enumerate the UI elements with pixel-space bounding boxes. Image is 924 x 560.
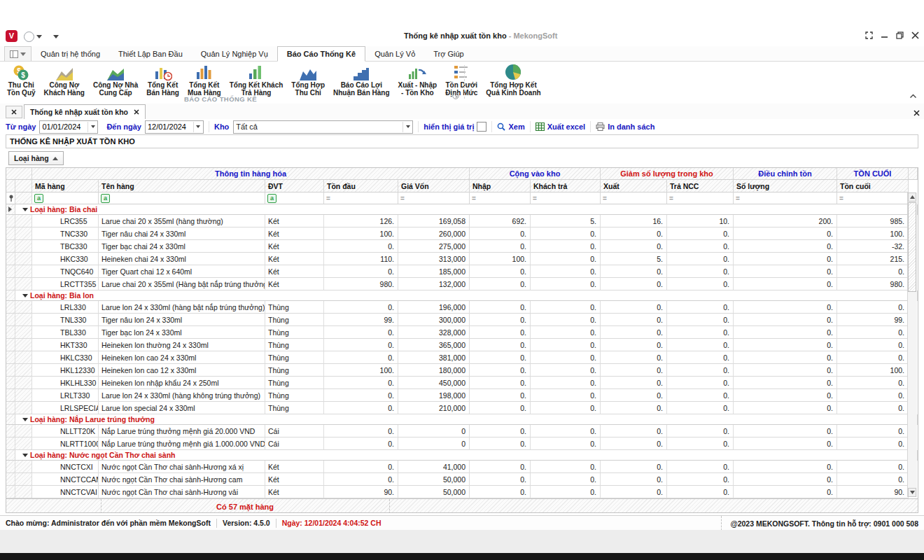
data-cell-giá-vốn[interactable]: 210,000 <box>398 402 470 414</box>
ribbon-item-t-n-d-i-nh-m-c[interactable]: Tồn DướiĐịnh Mức <box>441 63 482 97</box>
data-cell-khách-trả[interactable]: 0. <box>531 253 601 265</box>
data-cell-tồn-đầu[interactable]: 100. <box>324 364 398 377</box>
data-cell-đvt[interactable]: Két <box>265 486 324 498</box>
data-cell-mã-hàng[interactable]: LRLT330 <box>32 389 99 402</box>
data-cell-giá-vốn[interactable]: 198,000 <box>398 389 470 402</box>
data-cell-nhập[interactable]: 0. <box>470 351 531 364</box>
group-row[interactable]: Loại hàng: Nắp Larue trúng thưởng <box>6 414 918 425</box>
data-cell-tồn-cuối[interactable]: 980. <box>837 278 909 290</box>
data-cell-tồn-đầu[interactable]: 99. <box>324 314 398 326</box>
data-cell-trả-ncc[interactable]: 0. <box>667 326 734 339</box>
data-cell-tồn-cuối[interactable]: 0. <box>837 473 909 486</box>
data-cell-giá-vốn[interactable]: 328,000 <box>398 326 470 339</box>
data-cell-xuất[interactable]: 0. <box>601 389 667 402</box>
column-header-nhập[interactable]: Nhập <box>470 180 531 192</box>
export-excel-button[interactable]: Xuất excel <box>536 122 585 131</box>
data-row[interactable]: TBL330Tiger bạc lon 24 x 330mlThùng0.328… <box>6 326 918 339</box>
data-cell-trả-ncc[interactable]: 0. <box>667 301 734 314</box>
data-cell-tồn-đầu[interactable]: 110. <box>324 253 398 265</box>
data-cell-xuất[interactable]: 5. <box>601 253 667 265</box>
data-cell-tồn-đầu[interactable]: 0. <box>324 339 398 351</box>
filter-cell-xuất[interactable]: = <box>601 192 667 204</box>
data-cell-đvt[interactable]: Két <box>265 265 324 278</box>
filter-cell-số-lượng[interactable]: = <box>734 192 837 204</box>
collapse-group-icon[interactable] <box>22 294 28 298</box>
data-row[interactable]: HKLHL330Heineken lon nhập khẩu 24 x 250m… <box>6 377 918 389</box>
restore-button[interactable] <box>895 31 904 40</box>
data-cell-nhập[interactable]: 0. <box>470 265 531 278</box>
data-cell-đvt[interactable]: Két <box>265 461 324 473</box>
data-cell-khách-trả[interactable]: 0. <box>531 364 601 377</box>
data-cell-tên-hàng[interactable]: Larue lon 24 x 330ml (hàng không trúng t… <box>99 389 265 402</box>
data-row[interactable]: HKT330Heineken lon thường 24 x 330mlThùn… <box>6 339 918 351</box>
data-cell-tên-hàng[interactable]: Heineken chai 24 x 330ml <box>99 253 265 265</box>
data-cell-số-lượng[interactable]: 0. <box>734 278 837 290</box>
data-cell-tồn-cuối[interactable]: 100. <box>837 227 909 240</box>
data-cell-nhập[interactable]: 0. <box>470 377 531 389</box>
data-cell-trả-ncc[interactable]: 0. <box>667 402 734 414</box>
data-cell-xuất[interactable]: 0. <box>601 438 667 450</box>
data-cell-số-lượng[interactable]: 0. <box>734 301 837 314</box>
data-cell-xuất[interactable]: 0. <box>601 339 667 351</box>
data-cell-tồn-đầu[interactable]: 0. <box>324 402 398 414</box>
data-cell-số-lượng[interactable]: 0. <box>734 461 837 473</box>
ribbon-item-t-ng-h-p-thu-chi[interactable]: Tổng HợpThu Chi <box>287 63 329 97</box>
data-cell-giá-vốn[interactable]: 50,000 <box>398 486 470 498</box>
data-cell-xuất[interactable]: 0. <box>601 326 667 339</box>
data-cell-đvt[interactable]: Thùng <box>265 364 324 377</box>
data-cell-tồn-đầu[interactable]: 0. <box>324 326 398 339</box>
from-date-field[interactable] <box>39 120 98 134</box>
data-cell-tên-hàng[interactable]: Nước ngọt Cần Thơ chai sành-Hương cam <box>99 473 265 486</box>
data-cell-đvt[interactable]: Két <box>265 227 324 240</box>
data-cell-đvt[interactable]: Két <box>265 215 324 227</box>
data-cell-giá-vốn[interactable]: 50,000 <box>398 473 470 486</box>
data-row[interactable]: NLLTT20KNắp Larue trúng thưởng mệnh giá … <box>6 425 918 438</box>
data-cell-số-lượng[interactable]: 0. <box>734 265 837 278</box>
data-cell-khách-trả[interactable]: 0. <box>531 339 601 351</box>
scrollbar-thumb[interactable] <box>908 202 916 292</box>
data-cell-trả-ncc[interactable]: 0. <box>667 438 734 450</box>
data-cell-xuất[interactable]: 0. <box>601 227 667 240</box>
group-row-content[interactable]: Loại hàng: Bia lon <box>15 290 918 301</box>
data-cell-xuất[interactable]: 0. <box>601 364 667 377</box>
data-cell-tên-hàng[interactable]: Heineken lon nhập khẩu 24 x 250ml <box>99 377 265 389</box>
data-row[interactable]: LRLT330Larue lon 24 x 330ml (hàng không … <box>6 389 918 402</box>
group-row[interactable]: Loại hàng: Nước ngọt Cần Thơ chai sành <box>6 450 918 461</box>
data-cell-tên-hàng[interactable]: Heineken lon thường 24 x 330ml <box>99 339 265 351</box>
collapse-group-icon[interactable] <box>22 454 28 457</box>
data-cell-đvt[interactable]: Két <box>265 253 324 265</box>
ribbon-item-t-ng-k-t-mua-h-ng[interactable]: Tổng KếtMua Hàng <box>183 63 225 97</box>
data-cell-nhập[interactable]: 0. <box>470 240 531 253</box>
data-cell-đvt[interactable]: Thùng <box>265 377 324 389</box>
data-cell-trả-ncc[interactable]: 0. <box>667 253 734 265</box>
data-cell-giá-vốn[interactable]: 0 <box>398 425 470 438</box>
warehouse-dropdown-icon[interactable] <box>402 122 412 132</box>
vertical-scrollbar[interactable] <box>907 192 917 497</box>
data-row[interactable]: HKLC330Heineken lon cao 24 x 330mlThùng0… <box>6 351 918 364</box>
data-cell-đvt[interactable]: Thùng <box>265 402 324 414</box>
data-row[interactable]: NNCTCCAMNước ngọt Cần Thơ chai sành-Hươn… <box>6 473 918 486</box>
data-cell-số-lượng[interactable]: 0. <box>734 473 837 486</box>
filter-cell-tồn-cuối[interactable]: = <box>837 192 909 204</box>
data-cell-mã-hàng[interactable]: LRCTT355 <box>32 278 99 290</box>
filter-cell-khách-trả[interactable]: = <box>531 192 601 204</box>
print-list-button[interactable]: In danh sách <box>596 122 654 131</box>
filter-cell-mã-hàng[interactable]: a <box>32 192 99 204</box>
filter-cell-trả-ncc[interactable]: = <box>667 192 734 204</box>
data-cell-nhập[interactable]: 0. <box>470 473 531 486</box>
data-cell-giá-vốn[interactable]: 180,000 <box>398 364 470 377</box>
data-cell-số-lượng[interactable]: 0. <box>734 351 837 364</box>
ribbon-item-xu-t-nh-p-t-n-kho[interactable]: Xuất - Nhập- Tồn Kho <box>394 63 442 97</box>
group-row[interactable]: Loại hàng: Bia lon <box>6 290 918 301</box>
data-cell-tên-hàng[interactable]: Heineken lon cao 12 x 330ml <box>99 364 265 377</box>
data-cell-khách-trả[interactable]: 0. <box>531 377 601 389</box>
group-by-button[interactable]: Loại hàng <box>8 151 64 165</box>
data-cell-đvt[interactable]: Thùng <box>265 389 324 402</box>
data-cell-mã-hàng[interactable]: LRLSPECIAL330 <box>32 402 99 414</box>
column-header-tồn-đầu[interactable]: Tồn đầu <box>324 180 398 192</box>
data-cell-tên-hàng[interactable]: Larue chai 20 x 355ml (hàng thường) <box>99 215 265 227</box>
data-cell-giá-vốn[interactable]: 196,000 <box>398 301 470 314</box>
data-cell-trả-ncc[interactable]: 0. <box>667 425 734 438</box>
data-cell-trả-ncc[interactable]: 0. <box>667 351 734 364</box>
collapse-group-icon[interactable] <box>22 208 28 211</box>
